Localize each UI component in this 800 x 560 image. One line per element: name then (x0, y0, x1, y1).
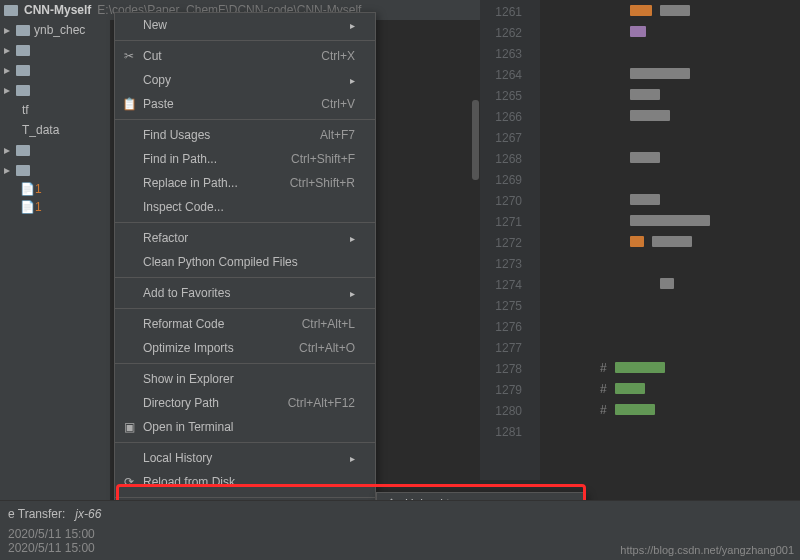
line-gutter: 1261126212631264126512661267126812691270… (480, 0, 540, 480)
chevron-right-icon: ▸ (4, 43, 12, 57)
chevron-right-icon: ▸ (350, 233, 355, 244)
menu-find-usages[interactable]: Find UsagesAlt+F7 (115, 123, 375, 147)
menu-separator (115, 119, 375, 120)
menu-refactor[interactable]: Refactor▸ (115, 226, 375, 250)
chevron-right-icon: ▸ (4, 83, 12, 97)
tree-item[interactable]: ▸ (0, 60, 110, 80)
line-number: 1281 (480, 422, 522, 443)
menu-show-explorer[interactable]: Show in Explorer (115, 367, 375, 391)
line-number: 1264 (480, 65, 522, 86)
annotate-badge: 📄 1 (20, 180, 110, 198)
menu-reload-disk[interactable]: ⟳Reload from Disk (115, 470, 375, 494)
folder-icon (16, 165, 30, 176)
line-number: 1262 (480, 23, 522, 44)
folder-icon (16, 65, 30, 76)
menu-add-favorites[interactable]: Add to Favorites▸ (115, 281, 375, 305)
scrollbar-thumb[interactable] (472, 100, 479, 180)
menu-separator (115, 442, 375, 443)
folder-icon (4, 5, 18, 16)
menu-separator (115, 308, 375, 309)
tree-item[interactable]: tf (0, 100, 110, 120)
chevron-right-icon: ▸ (4, 143, 12, 157)
line-number: 1279 (480, 380, 522, 401)
line-number: 1269 (480, 170, 522, 191)
menu-local-history[interactable]: Local History▸ (115, 446, 375, 470)
menu-optimize-imports[interactable]: Optimize ImportsCtrl+Alt+O (115, 336, 375, 360)
reload-icon: ⟳ (121, 475, 137, 489)
folder-icon (16, 145, 30, 156)
line-number: 1272 (480, 233, 522, 254)
chevron-right-icon: ▸ (350, 453, 355, 464)
menu-separator (115, 222, 375, 223)
line-number: 1270 (480, 191, 522, 212)
line-number: 1261 (480, 2, 522, 23)
line-number: 1275 (480, 296, 522, 317)
menu-cut[interactable]: ✂CutCtrl+X (115, 44, 375, 68)
menu-separator (115, 40, 375, 41)
chevron-right-icon: ▸ (350, 20, 355, 31)
scissors-icon: ✂ (121, 49, 137, 63)
context-menu: New▸ ✂CutCtrl+X Copy▸ 📋PasteCtrl+V Find … (114, 12, 376, 560)
folder-icon (16, 25, 30, 36)
menu-separator (115, 363, 375, 364)
line-number: 1277 (480, 338, 522, 359)
menu-open-terminal[interactable]: ▣Open in Terminal (115, 415, 375, 439)
project-tree[interactable]: ▸ynb_chec ▸ ▸ ▸ tf T_data ▸ ▸ 📄 1 📄 1 (0, 20, 110, 540)
menu-paste[interactable]: 📋PasteCtrl+V (115, 92, 375, 116)
line-number: 1266 (480, 107, 522, 128)
tree-item[interactable]: ▸ (0, 40, 110, 60)
menu-inspect-code[interactable]: Inspect Code... (115, 195, 375, 219)
chevron-right-icon: ▸ (4, 63, 12, 77)
chevron-right-icon: ▸ (350, 75, 355, 86)
line-number: 1276 (480, 317, 522, 338)
line-number: 1265 (480, 86, 522, 107)
watermark: https://blog.csdn.net/yangzhang001 (620, 544, 794, 556)
folder-icon (16, 45, 30, 56)
line-number: 1274 (480, 275, 522, 296)
menu-find-in-path[interactable]: Find in Path...Ctrl+Shift+F (115, 147, 375, 171)
transfer-host: jx-66 (75, 507, 101, 521)
chevron-right-icon: ▸ (4, 163, 12, 177)
line-number: 1271 (480, 212, 522, 233)
annotate-badge: 📄 1 (20, 198, 110, 216)
line-number: 1280 (480, 401, 522, 422)
tree-item[interactable]: ▸ynb_chec (0, 20, 110, 40)
chevron-right-icon: ▸ (350, 288, 355, 299)
chevron-right-icon: ▸ (4, 23, 12, 37)
menu-separator (115, 277, 375, 278)
line-number: 1263 (480, 44, 522, 65)
line-number: 1267 (480, 128, 522, 149)
menu-copy[interactable]: Copy▸ (115, 68, 375, 92)
line-number: 1273 (480, 254, 522, 275)
terminal-icon: ▣ (121, 420, 137, 434)
project-name: CNN-Myself (24, 3, 91, 17)
clipboard-icon: 📋 (121, 97, 137, 111)
menu-directory-path[interactable]: Directory PathCtrl+Alt+F12 (115, 391, 375, 415)
menu-reformat[interactable]: Reformat CodeCtrl+Alt+L (115, 312, 375, 336)
tree-item[interactable]: T_data (0, 120, 110, 140)
menu-new[interactable]: New▸ (115, 13, 375, 37)
tree-item[interactable]: ▸ (0, 160, 110, 180)
line-number: 1278 (480, 359, 522, 380)
editor-area[interactable]: # # # (540, 0, 800, 480)
tree-item[interactable]: ▸ (0, 140, 110, 160)
menu-clean-python[interactable]: Clean Python Compiled Files (115, 250, 375, 274)
folder-icon (16, 85, 30, 96)
transfer-label: e Transfer: (8, 507, 65, 521)
menu-separator (115, 497, 375, 498)
menu-replace-in-path[interactable]: Replace in Path...Ctrl+Shift+R (115, 171, 375, 195)
line-number: 1268 (480, 149, 522, 170)
tree-item[interactable]: ▸ (0, 80, 110, 100)
timestamp: 2020/5/11 15:00 (0, 527, 800, 541)
